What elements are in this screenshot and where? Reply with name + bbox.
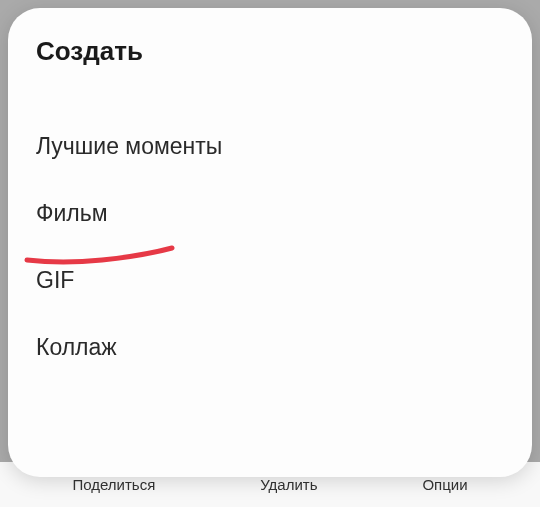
menu-item-collage[interactable]: Коллаж bbox=[36, 314, 504, 381]
modal-title: Создать bbox=[36, 36, 504, 67]
bg-action-share: Поделиться bbox=[72, 476, 155, 493]
bg-action-delete: Удалить bbox=[260, 476, 317, 493]
bg-action-options: Опции bbox=[422, 476, 467, 493]
menu-list: Лучшие моменты Фильм GIF Коллаж bbox=[36, 113, 504, 381]
menu-item-movie[interactable]: Фильм bbox=[36, 180, 504, 247]
menu-item-highlights[interactable]: Лучшие моменты bbox=[36, 113, 504, 180]
menu-item-gif[interactable]: GIF bbox=[36, 247, 504, 314]
create-modal: Создать Лучшие моменты Фильм GIF Коллаж bbox=[8, 8, 532, 477]
